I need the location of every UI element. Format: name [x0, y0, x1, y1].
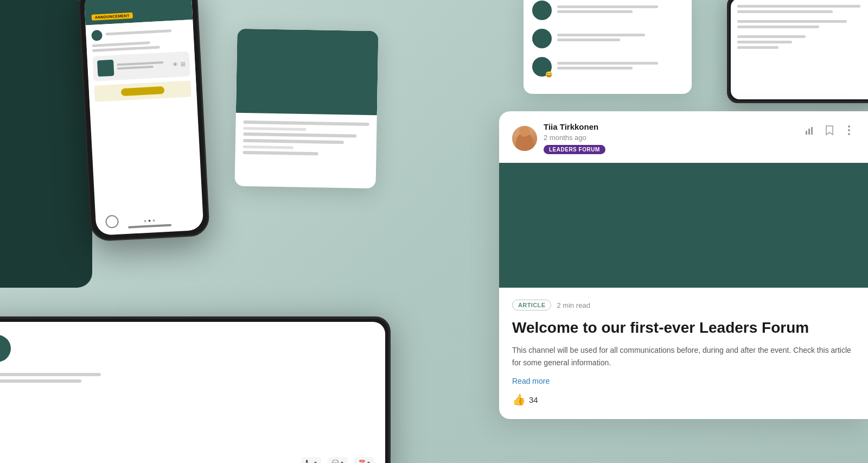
chat-avatar: 😄 [532, 57, 552, 77]
tablet-line [737, 41, 792, 43]
article-tag: ARTICLE [512, 300, 551, 310]
bottom-tablet-text-line [0, 379, 81, 383]
phone-badge: ANNOUNCEMENT [92, 12, 133, 21]
phone-cta [94, 80, 191, 102]
bottom-tablet-action-bar: 📞 ▾ 💬 ▾ 📅 ▾ [0, 457, 374, 463]
svg-point-4 [848, 129, 850, 131]
article-title: Welcome to our first-ever Leaders Forum [512, 318, 855, 338]
chat-avatar [532, 1, 552, 20]
tablet-line [737, 35, 806, 38]
chat-line [557, 62, 658, 65]
chat-line [557, 39, 620, 41]
edit-icon: ⊞ [180, 60, 186, 67]
bottom-tablet-text-line [0, 373, 101, 376]
chat-button[interactable]: 💬 ▾ [328, 457, 348, 463]
analytics-icon[interactable] [804, 124, 816, 136]
reaction-count: 34 [529, 395, 538, 404]
article-header: Tiia Tirkkonen 2 months ago LEADERS FORU… [499, 111, 868, 163]
phone-card-line [117, 66, 154, 70]
card-line [243, 120, 369, 126]
bottom-tablet-mockup: 📞 ▾ 💬 ▾ 📅 ▾ [0, 316, 391, 463]
forum-badge[interactable]: LEADERS FORUM [544, 145, 605, 154]
tablet-line [737, 20, 847, 23]
svg-rect-0 [806, 131, 807, 135]
read-more-link[interactable]: Read more [512, 377, 550, 385]
author-name: Tiia Tirkkonen [544, 122, 605, 131]
chat-line [557, 67, 633, 69]
calendar-button-arrow: ▾ [367, 460, 370, 463]
phone-home-bar [128, 224, 171, 229]
calendar-icon: 📅 [359, 460, 365, 463]
chat-emoji: 😄 [545, 72, 553, 78]
card-text-area [235, 113, 377, 168]
eye-icon: 👁 [172, 61, 178, 68]
phone-avatar-row [91, 26, 188, 41]
chat-icon: 💬 [332, 460, 339, 463]
bottom-tablet-screen: 📞 ▾ 💬 ▾ 📅 ▾ [0, 322, 385, 463]
card-line [243, 139, 344, 144]
reaction-emoji[interactable]: 👍 [512, 393, 526, 406]
phone-card-line [117, 61, 163, 66]
svg-point-3 [848, 125, 850, 128]
chat-avatar [532, 29, 552, 48]
read-time: 2 min read [557, 301, 590, 309]
chat-button-arrow: ▾ [341, 460, 343, 463]
card-line [243, 127, 306, 131]
card-image-area [236, 29, 379, 116]
avatar-silhouette [516, 132, 533, 151]
dot [152, 219, 155, 221]
phone-button-arrow: ▾ [314, 460, 317, 463]
tablet-line [737, 46, 778, 49]
dot-active [148, 220, 150, 222]
card-line [243, 132, 356, 138]
chat-lines [557, 62, 683, 72]
tablet-right-mockup [727, 0, 868, 103]
more-options-icon[interactable] [843, 124, 855, 136]
header-actions [804, 122, 855, 136]
phone-text-line [92, 46, 160, 52]
bottom-tablet-content: 📞 ▾ 💬 ▾ 📅 ▾ [0, 322, 385, 463]
card-line [243, 145, 293, 149]
bottom-tablet-avatar [0, 335, 11, 362]
phone-content: 👁 ⊞ [86, 20, 197, 107]
tablet-screen [731, 0, 868, 99]
chat-item [532, 29, 683, 48]
article-body: ARTICLE 2 min read Welcome to our first-… [499, 288, 868, 419]
phone-card-image [97, 60, 114, 77]
article-reactions: 👍 34 [512, 393, 855, 406]
avatar-image [512, 126, 537, 151]
bookmark-icon[interactable] [824, 124, 835, 136]
tablet-content [731, 0, 868, 58]
svg-rect-1 [808, 129, 810, 135]
phone-button[interactable]: 📞 ▾ [301, 457, 321, 463]
author-avatar [512, 126, 537, 151]
dot [144, 220, 146, 222]
chat-line [557, 5, 658, 8]
svg-point-5 [848, 133, 850, 135]
article-image [499, 163, 868, 288]
calendar-button[interactable]: 📅 ▾ [354, 457, 374, 463]
author-time: 2 months ago [544, 134, 605, 142]
author-row: Tiia Tirkkonen 2 months ago LEADERS FORU… [512, 122, 605, 154]
article-card: Tiia Tirkkonen 2 months ago LEADERS FORU… [499, 111, 868, 419]
chat-lines [557, 34, 683, 43]
tablet-line [737, 5, 860, 8]
chat-line [557, 34, 645, 36]
author-info: Tiia Tirkkonen 2 months ago LEADERS FORU… [544, 122, 605, 154]
phone-pagination-dots [144, 219, 155, 222]
chat-item [532, 1, 683, 20]
phone-text-line [105, 29, 171, 35]
phone-screen: ANNOUNCEMENT 👁 ⊞ [84, 0, 203, 236]
phone-cta-button[interactable] [121, 86, 165, 96]
chat-list-mockup: 😄 [524, 0, 692, 94]
phone-mockup: ANNOUNCEMENT 👁 ⊞ [78, 0, 210, 242]
chat-line [557, 10, 633, 13]
tablet-line [737, 10, 833, 13]
dark-panel-left [0, 0, 92, 288]
chat-lines [557, 5, 683, 15]
card-mockup [234, 29, 378, 188]
card-line [243, 151, 318, 155]
article-meta: ARTICLE 2 min read [512, 300, 855, 310]
phone-icon: 📞 [305, 460, 312, 463]
article-excerpt: This channel will be used for all commun… [512, 344, 855, 369]
